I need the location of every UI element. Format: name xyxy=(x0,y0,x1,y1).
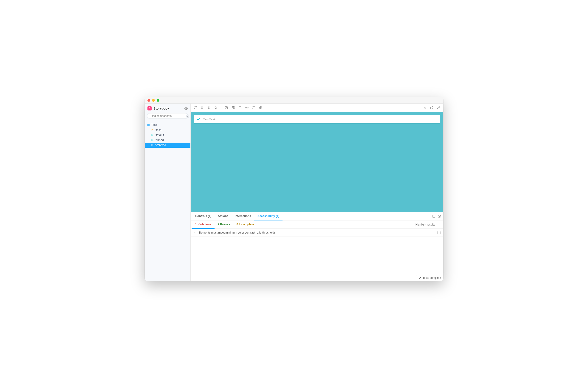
a11y-tab-incomplete[interactable]: 0 Incomplete xyxy=(233,220,257,229)
svg-rect-21 xyxy=(239,106,241,109)
bookmark-icon xyxy=(151,144,153,147)
tab-controls[interactable]: Controls (1) xyxy=(192,212,215,220)
app-window: S Storybook / Task xyxy=(145,97,443,281)
tab-label: 1 Violations xyxy=(195,223,211,226)
zoom-reset-icon xyxy=(214,106,218,109)
accessibility-icon xyxy=(259,106,262,109)
fullscreen-button[interactable] xyxy=(423,105,427,110)
test-status-pill[interactable]: Tests complete xyxy=(416,275,443,281)
task-title: Test Task xyxy=(203,118,216,121)
a11y-tab-violations[interactable]: 1 Violations xyxy=(192,220,215,229)
tree-item-docs[interactable]: Docs xyxy=(145,127,191,133)
addons-panel: Controls (1) Actions Interactions Access… xyxy=(191,212,443,281)
tree-item-label: Pinned xyxy=(155,138,164,142)
open-external-icon xyxy=(430,106,433,109)
tab-label: Accessibility (1) xyxy=(258,215,279,218)
settings-button[interactable] xyxy=(184,107,188,110)
tab-label: Actions xyxy=(218,215,228,218)
background-button[interactable] xyxy=(224,105,229,110)
tree-item-archived[interactable]: Archived xyxy=(145,143,191,148)
svg-rect-31 xyxy=(433,215,435,217)
tree-component-label: Task xyxy=(151,123,157,127)
tree-component-task[interactable]: Task xyxy=(145,122,191,127)
fullscreen-icon xyxy=(423,106,426,109)
copy-link-button[interactable] xyxy=(437,105,441,110)
app-title: Storybook xyxy=(153,107,183,110)
tree-item-default[interactable]: Default xyxy=(145,133,191,137)
component-icon xyxy=(147,123,150,126)
svg-point-30 xyxy=(260,107,261,107)
svg-rect-23 xyxy=(246,107,248,108)
svg-point-13 xyxy=(215,107,217,108)
zoom-out-button[interactable] xyxy=(207,105,211,110)
checkmark-icon xyxy=(197,117,200,121)
violation-row[interactable]: Elements must meet minimum color contras… xyxy=(191,229,443,237)
test-status-label: Tests complete xyxy=(423,276,441,280)
panel-position-icon xyxy=(432,215,436,218)
violation-message: Elements must meet minimum color contras… xyxy=(198,231,276,234)
svg-rect-18 xyxy=(233,106,234,107)
check-icon xyxy=(419,276,421,279)
zoom-reset-button[interactable] xyxy=(214,105,218,110)
svg-rect-5 xyxy=(148,125,149,126)
remount-button[interactable] xyxy=(193,105,198,110)
svg-rect-28 xyxy=(253,106,255,109)
svg-rect-19 xyxy=(232,108,233,109)
search-shortcut-hint: / xyxy=(186,115,189,118)
window-titlebar xyxy=(145,97,443,104)
search-input[interactable] xyxy=(150,114,185,118)
tree-item-label: Archived xyxy=(155,144,166,147)
search-input-wrapper[interactable]: / xyxy=(147,113,188,119)
window-minimize-button[interactable] xyxy=(152,99,155,102)
tab-label: 7 Passes xyxy=(218,223,230,226)
zoom-in-button[interactable] xyxy=(200,105,205,110)
storybook-logo-icon: S xyxy=(148,106,151,110)
panel-position-button[interactable] xyxy=(432,215,436,218)
task-item: Test Task xyxy=(194,115,440,123)
grid-button[interactable] xyxy=(231,105,235,110)
svg-rect-17 xyxy=(232,106,233,107)
tab-label: 0 Incomplete xyxy=(236,223,254,226)
close-panel-button[interactable] xyxy=(438,215,441,218)
tab-label: Controls (1) xyxy=(195,215,211,218)
svg-rect-4 xyxy=(148,125,148,126)
tab-actions[interactable]: Actions xyxy=(215,212,232,220)
window-close-button[interactable] xyxy=(148,99,150,102)
outline-icon xyxy=(252,106,255,109)
open-isolated-button[interactable] xyxy=(429,105,434,110)
tree-item-label: Default xyxy=(155,134,164,137)
svg-line-7 xyxy=(203,108,204,109)
grid-icon xyxy=(232,106,235,109)
svg-rect-3 xyxy=(148,124,149,125)
tab-interactions[interactable]: Interactions xyxy=(232,212,254,220)
highlight-results-label: Highlight results xyxy=(415,223,435,226)
document-icon xyxy=(151,129,153,131)
tab-accessibility[interactable]: Accessibility (1) xyxy=(254,212,283,220)
measure-button[interactable] xyxy=(245,105,249,110)
preview-toolbar xyxy=(191,104,443,112)
tree-item-pinned[interactable]: Pinned xyxy=(145,137,191,143)
a11y-tab-passes[interactable]: 7 Passes xyxy=(215,220,233,229)
sync-icon xyxy=(194,106,197,109)
bookmark-icon xyxy=(151,134,153,136)
zoom-out-icon xyxy=(207,106,211,109)
close-icon xyxy=(438,215,441,218)
sidebar: S Storybook / Task xyxy=(145,104,191,281)
tree-item-label: Docs xyxy=(155,128,161,132)
viewport-button[interactable] xyxy=(238,105,242,110)
violation-checkbox[interactable] xyxy=(437,231,440,234)
accessibility-vision-button[interactable] xyxy=(258,105,263,110)
zoom-in-icon xyxy=(201,106,204,109)
viewport-icon xyxy=(238,106,242,109)
svg-point-16 xyxy=(226,107,226,108)
ruler-icon xyxy=(245,106,248,109)
bookmark-icon xyxy=(151,139,153,141)
outline-button[interactable] xyxy=(251,105,256,110)
chevron-right-icon xyxy=(193,231,196,234)
svg-rect-20 xyxy=(233,108,234,109)
window-zoom-button[interactable] xyxy=(157,99,159,102)
highlight-results-checkbox[interactable] xyxy=(437,223,440,226)
toolbar-separator xyxy=(221,106,221,110)
explorer-tree: Task Docs Default xyxy=(145,122,191,148)
addon-tabs: Controls (1) Actions Interactions Access… xyxy=(192,212,283,220)
